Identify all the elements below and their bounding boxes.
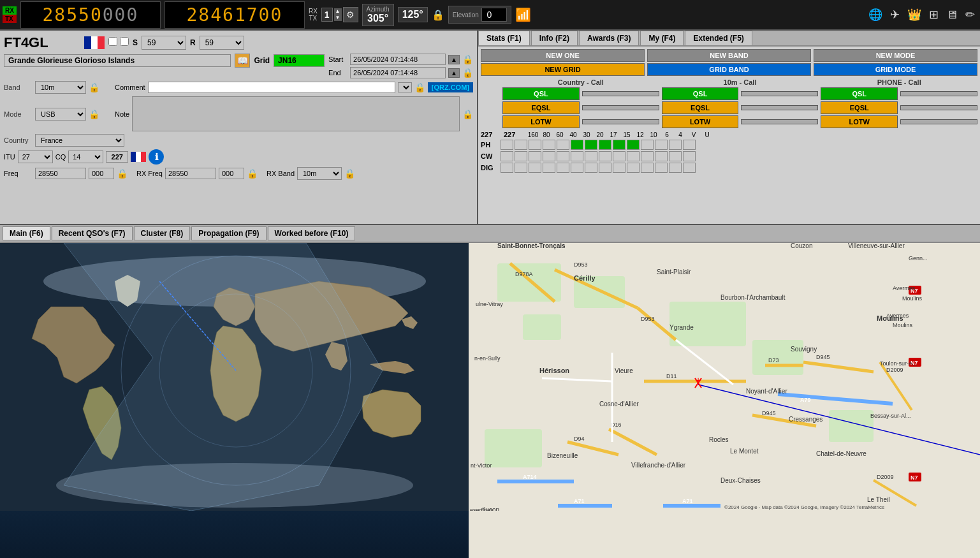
tab-worked[interactable]: Worked before (F10) [268, 226, 356, 240]
svg-rect-1 [91, 36, 98, 49]
svg-text:Cérilly: Cérilly [574, 274, 596, 282]
tab-extended[interactable]: Extended (F5) [685, 31, 752, 45]
cw-label: CW [481, 152, 500, 160]
itu-select[interactable]: 27 [18, 151, 53, 163]
svg-text:D94: D94 [574, 436, 585, 442]
cw-band-cell-4 [655, 151, 668, 161]
flag-france [84, 36, 105, 49]
tab-recent[interactable]: Recent QSO's (F7) [52, 226, 133, 240]
grid-band-btn[interactable]: GRID BAND [647, 63, 811, 76]
band-num-80: 80 [540, 131, 553, 138]
grid-mode-btn[interactable]: GRID MODE [814, 63, 977, 76]
info-icon[interactable]: ℹ [149, 149, 164, 165]
book-icon-button[interactable]: 📖 [235, 54, 250, 68]
comment-input[interactable] [148, 82, 395, 93]
elevation-lock-icon[interactable]: 🔒 [432, 9, 444, 21]
freq-label: Freq [4, 170, 33, 177]
ph-band-cell-60 [529, 140, 541, 150]
dig-band-cell-30 [557, 163, 569, 173]
freq-hz-input[interactable] [89, 168, 114, 179]
spin-up[interactable]: ▲ [334, 8, 342, 15]
svg-rect-18 [485, 429, 542, 467]
ph-band-cell-30 [557, 140, 569, 150]
freq-khz-input[interactable] [35, 168, 86, 179]
band-num-6: 6 [661, 131, 673, 138]
dig-band-cell-80 [515, 163, 527, 173]
new-mode-btn[interactable]: NEW MODE [814, 49, 977, 62]
svg-text:Avermes: Avermes [886, 312, 909, 319]
street-map-svg: D978A D953 D953 D11 D73 D945 [469, 243, 980, 511]
azimuth-section: Azimuth 305° [362, 4, 394, 26]
spin-buttons[interactable]: ▲ ▼ [334, 8, 342, 21]
svg-text:Genn...: Genn... [909, 255, 928, 261]
callsign-row: S 595857 R 595857 [4, 34, 473, 51]
freq1-display[interactable]: 28550000 [20, 1, 161, 29]
new-grid-btn[interactable]: NEW GRID [481, 63, 645, 76]
tab-main[interactable]: Main (F6) [3, 226, 50, 240]
s-select[interactable]: 595857 [142, 36, 186, 50]
new-band-btn[interactable]: NEW BAND [647, 49, 811, 62]
comment-label: Comment [115, 84, 145, 91]
new-mode-group: NEW MODE GRID MODE [814, 49, 977, 76]
end-row: End ▲ 🔒 [328, 67, 473, 78]
mode-select[interactable]: USBLSBCWFT8 [35, 108, 86, 121]
r-select[interactable]: 595857 [200, 36, 244, 50]
globe-icon-btn[interactable]: 🌐 [866, 6, 885, 23]
eqsl-col1-empty [582, 105, 659, 110]
band-num-30: 30 [580, 131, 593, 138]
grid-icon-btn[interactable]: ⊞ [926, 6, 941, 23]
rxband-select[interactable]: 10m [297, 167, 342, 180]
start-input[interactable] [350, 54, 446, 65]
grid-input[interactable] [274, 54, 325, 67]
spin-control[interactable]: 1 ▲ ▼ ⚙ [321, 7, 358, 22]
display-icon-btn[interactable]: 🖥 [944, 6, 960, 23]
elevation-section[interactable]: Elevation [448, 6, 511, 24]
svg-text:A71: A71 [682, 498, 693, 504]
tab-my[interactable]: My (F4) [640, 31, 684, 45]
end-spin-up[interactable]: ▲ [448, 68, 460, 78]
tab-stats[interactable]: Stats (F1) [478, 31, 530, 45]
svg-text:D978A: D978A [515, 271, 533, 277]
tx-label: TX [3, 15, 17, 23]
bottom-tabs-bar: Main (F6) Recent QSO's (F7) Cluster (F8)… [0, 225, 980, 243]
end-input[interactable] [350, 67, 446, 78]
tab-propagation[interactable]: Propagation (F9) [191, 226, 266, 240]
checkbox1[interactable] [108, 37, 117, 46]
checkbox2[interactable] [120, 37, 129, 46]
stats-panel: Stats (F1) Info (F2) Awards (F3) My (F4)… [478, 31, 980, 224]
rxfreq-hz-input[interactable] [219, 168, 244, 179]
tab-cluster[interactable]: Cluster (F8) [134, 226, 191, 240]
cq-select[interactable]: 14 [68, 151, 103, 163]
start-spin-up[interactable]: ▲ [448, 55, 460, 64]
country-select[interactable]: France [35, 134, 124, 147]
country-input[interactable] [4, 54, 231, 67]
svg-rect-2 [98, 36, 105, 49]
note-textarea[interactable] [132, 96, 460, 131]
freq2-display[interactable]: 28461700 [165, 1, 305, 29]
pencil-icon-btn[interactable]: ✏ [963, 6, 977, 23]
crown-icon-btn[interactable]: 👑 [905, 6, 924, 23]
qsl-col1: QSL [502, 87, 580, 100]
ph-band-cell-40 [543, 140, 555, 150]
callsign-input[interactable] [4, 34, 80, 51]
comment-select[interactable] [398, 82, 412, 92]
cw-band-cell-160 [501, 151, 513, 161]
spin-down[interactable]: ▼ [334, 15, 342, 21]
dig-grid-row: DIG [481, 163, 977, 173]
qrz-button[interactable]: [QRZ.COM] [428, 82, 473, 92]
gear-button[interactable]: ⚙ [343, 7, 358, 22]
new-one-btn[interactable]: NEW ONE [481, 49, 645, 62]
stat-num: 227 [504, 131, 526, 138]
spin-value: 1 [325, 10, 330, 20]
plane-icon-btn[interactable]: ✈ [888, 6, 902, 23]
tab-awards[interactable]: Awards (F3) [579, 31, 639, 45]
svg-text:Chatel-de-Neuvre: Chatel-de-Neuvre [816, 450, 867, 457]
elevation-input[interactable] [481, 8, 507, 22]
rxfreq-khz-input[interactable] [165, 168, 216, 179]
ph-band-cell-U [683, 140, 696, 150]
num-badge: 227 [106, 151, 128, 163]
band-select[interactable]: 10m20m40m [35, 81, 86, 94]
cw-band-cell-40 [543, 151, 555, 161]
tab-info[interactable]: Info (F2) [531, 31, 578, 45]
lotw-col1: LOTW [502, 115, 580, 128]
